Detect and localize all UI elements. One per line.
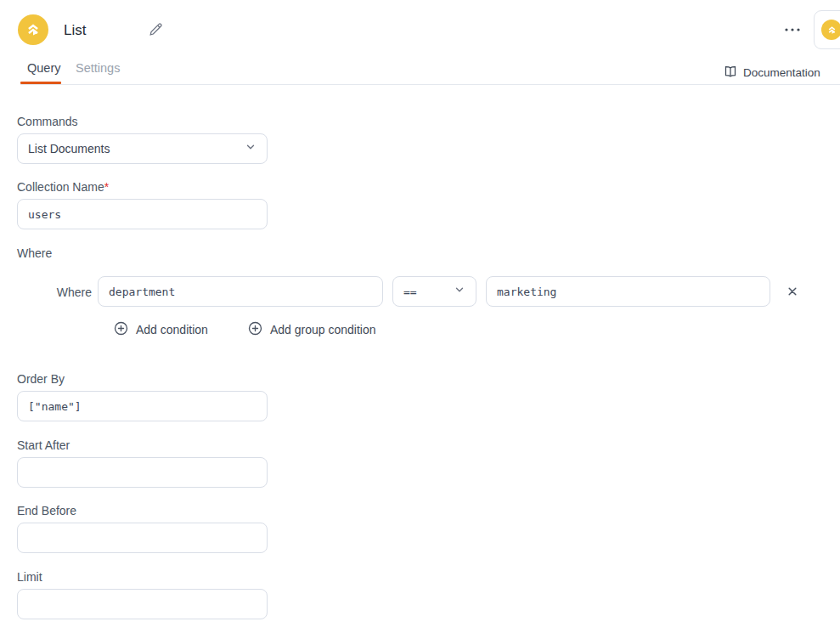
start-after-label: Start After (17, 438, 70, 452)
remove-condition-button[interactable] (784, 283, 801, 302)
circle-plus-icon (248, 321, 262, 338)
chevrons-up-icon (825, 23, 839, 37)
where-value-input[interactable] (486, 276, 770, 307)
chevron-down-icon (245, 141, 257, 156)
datasource-logo (18, 14, 48, 45)
book-icon (724, 65, 737, 81)
add-condition-label: Add condition (136, 323, 208, 336)
documentation-label: Documentation (743, 66, 820, 79)
documentation-link[interactable]: Documentation (724, 65, 820, 81)
start-after-code-input[interactable]: {{ List.data[List.data.length - 1] }} (17, 457, 268, 488)
where-operator-dropdown[interactable]: == (392, 276, 476, 307)
end-before-label: End Before (17, 504, 76, 517)
add-group-condition-label: Add group condition (270, 323, 376, 336)
more-dots-icon (783, 23, 802, 37)
where-key-input[interactable] (98, 276, 383, 307)
required-asterisk: * (104, 180, 109, 194)
where-section-label: Where (17, 246, 52, 260)
rename-query-button[interactable] (146, 20, 165, 42)
collection-name-label-text: Collection Name (17, 180, 104, 194)
where-row-label: Where (17, 285, 92, 299)
order-by-label: Order By (17, 372, 65, 386)
chevrons-up-icon (22, 19, 44, 41)
add-condition-button[interactable]: Add condition (114, 321, 208, 338)
tab-query[interactable]: Query (27, 61, 61, 75)
add-group-condition-button[interactable]: Add group condition (248, 321, 376, 338)
datasource-logo-small (821, 20, 840, 40)
tabs-divider (20, 84, 840, 85)
page-title: List (64, 22, 86, 39)
where-operator-value: == (403, 285, 417, 298)
chevron-down-icon (454, 284, 465, 299)
collection-name-input[interactable] (17, 199, 268, 229)
order-by-input[interactable] (17, 391, 268, 421)
more-options-button[interactable] (781, 21, 803, 39)
end-before-code-input[interactable]: {{ List.data[0] }} (17, 523, 268, 553)
pencil-icon (148, 22, 163, 40)
collection-name-label: Collection Name* (17, 180, 109, 194)
close-icon (786, 288, 799, 301)
limit-code-input[interactable]: {{Table1.pageSize}} (17, 589, 268, 619)
datasource-selector-button[interactable] (814, 10, 840, 49)
tab-settings[interactable]: Settings (76, 61, 120, 75)
limit-label: Limit (17, 570, 42, 584)
commands-label: Commands (17, 115, 78, 128)
commands-selected-value: List Documents (28, 142, 110, 155)
commands-dropdown[interactable]: List Documents (17, 133, 268, 164)
circle-plus-icon (114, 321, 128, 338)
